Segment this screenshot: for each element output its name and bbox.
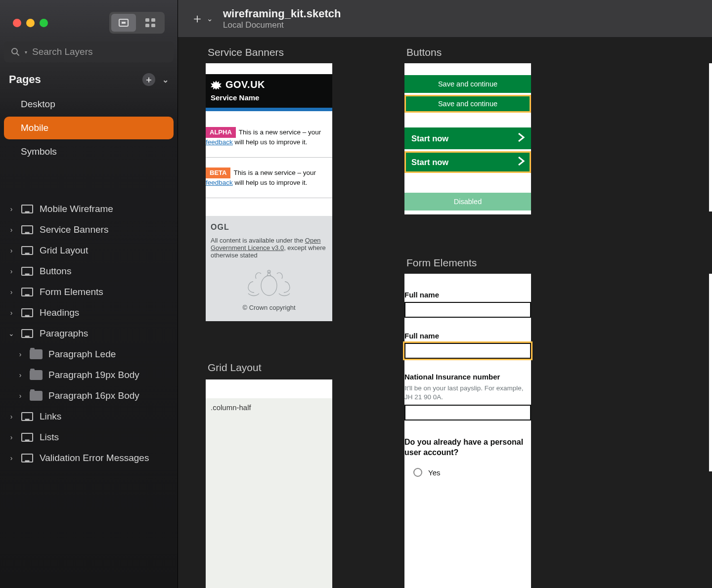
page-symbols[interactable]: Symbols (4, 140, 174, 163)
feedback-link[interactable]: feedback (206, 179, 233, 186)
artboard-title-buttons[interactable]: Buttons (406, 46, 442, 58)
layer-validation-errors[interactable]: › Validation Error Messages (0, 448, 178, 468)
chevron-right-icon[interactable]: › (8, 288, 15, 296)
svg-point-28 (261, 276, 277, 295)
layer-paragraphs[interactable]: ⌄ Paragraphs (0, 323, 178, 344)
insert-button[interactable]: ＋ ⌄ (191, 10, 213, 27)
layers-icon (118, 18, 130, 28)
grid-view-button[interactable] (138, 14, 163, 32)
input-full-name[interactable] (404, 302, 531, 318)
close-window-button[interactable] (13, 19, 21, 27)
search-dropdown-icon[interactable]: ▾ (25, 49, 27, 55)
crown-copyright: © Crown copyright (211, 304, 327, 311)
folder-icon (30, 349, 43, 359)
chevron-right-icon[interactable]: › (17, 350, 24, 358)
document-title: wireframing_kit.sketch (223, 7, 341, 20)
chevron-right-icon[interactable]: › (8, 226, 15, 234)
canvas[interactable]: Service Banners Buttons Grid Layout Form… (178, 38, 712, 588)
svg-rect-19 (25, 315, 29, 317)
crown-icon (211, 81, 222, 89)
layer-service-banners[interactable]: › Service Banners (0, 219, 178, 240)
layer-headings[interactable]: › Headings (0, 302, 178, 323)
layer-mobile-wireframe[interactable]: › Mobile Wireframe (0, 199, 178, 219)
artboard-title-grid-layout[interactable]: Grid Layout (208, 362, 262, 374)
form-group-fullname: Full name (404, 291, 531, 318)
layer-grid-layout[interactable]: › Grid Layout (0, 240, 178, 261)
chevron-right-icon[interactable]: › (8, 413, 15, 420)
layer-paragraph-16[interactable]: › Paragraph 16px Body (0, 385, 178, 406)
feedback-link[interactable]: feedback (206, 138, 233, 146)
artboard-form-elements[interactable]: Full name Full name National Insurance n… (404, 274, 531, 588)
button-save[interactable]: Save and continue (404, 75, 531, 93)
list-view-button[interactable] (111, 14, 136, 32)
artboard-icon (21, 308, 34, 318)
artboard-icon (21, 204, 34, 214)
zoom-window-button[interactable] (40, 19, 48, 27)
phase-banner-alpha: ALPHAThis is a new service – your feedba… (206, 122, 332, 152)
search-input[interactable] (32, 46, 167, 57)
pages-label: Pages (9, 73, 41, 86)
grid-column-half: .column-half (206, 398, 332, 588)
chevron-right-icon[interactable]: › (17, 371, 24, 379)
artboard-icon (21, 266, 34, 276)
layer-label: Validation Error Messages (40, 453, 149, 463)
page-desktop[interactable]: Desktop (4, 93, 174, 116)
ogl-logo: OGL (211, 223, 327, 232)
artboard-service-banners[interactable]: GOV.UK Service Name ALPHAThis is a new s… (206, 63, 332, 319)
button-save-focused[interactable]: Save and continue (404, 95, 531, 113)
button-start[interactable]: Start now (404, 127, 531, 149)
svg-rect-4 (145, 24, 149, 27)
button-disabled: Disabled (404, 193, 531, 210)
chevron-down-icon[interactable]: ⌄ (207, 14, 213, 23)
chevron-right-icon[interactable]: › (17, 392, 24, 400)
phase-banner-beta: BETAThis is a new service – your feedbac… (206, 163, 332, 193)
artboard-icon (21, 453, 34, 463)
layer-label: Paragraphs (40, 328, 88, 339)
svg-rect-3 (151, 18, 155, 22)
form-group-ni: National Insurance number It'll be on yo… (404, 373, 531, 420)
document-subtitle: Local Document (223, 20, 341, 30)
chevron-down-icon[interactable]: ⌄ (162, 75, 169, 84)
page-mobile[interactable]: Mobile (4, 117, 174, 139)
artboard-buttons[interactable]: Save and continue Save and continue Star… (404, 63, 531, 214)
artboard-title-service-banners[interactable]: Service Banners (208, 46, 284, 58)
artboard-title-form-elements[interactable]: Form Elements (406, 257, 477, 269)
chevron-right-icon[interactable]: › (8, 454, 15, 462)
layer-links[interactable]: › Links (0, 406, 178, 427)
form-group-fullname-focused: Full name (404, 332, 531, 359)
minimize-window-button[interactable] (26, 19, 35, 27)
chevron-right-icon[interactable]: › (8, 267, 15, 275)
input-ni[interactable] (404, 405, 531, 420)
layer-form-elements[interactable]: › Form Elements (0, 282, 178, 302)
layer-paragraph-lede[interactable]: › Paragraph Lede (0, 344, 178, 365)
chevron-right-icon (517, 157, 525, 168)
artboard-grid-layout[interactable]: .column-half (206, 379, 332, 588)
layer-lists[interactable]: › Lists (0, 427, 178, 448)
artboard-peek (709, 63, 712, 211)
chevron-right-icon[interactable]: › (8, 309, 15, 317)
add-page-button[interactable]: ＋ (142, 73, 155, 86)
service-name: Service Name (211, 93, 327, 102)
artboard-icon (21, 225, 34, 235)
artboard-icon (21, 432, 34, 442)
layer-list: › Mobile Wireframe › Service Banners › G… (0, 199, 178, 468)
input-full-name-focused[interactable] (404, 343, 531, 359)
svg-rect-27 (25, 461, 29, 462)
chevron-right-icon[interactable]: › (8, 205, 15, 213)
artboard-icon (21, 329, 34, 338)
search-layers[interactable]: ▾ (4, 42, 174, 62)
button-start-focused[interactable]: Start now (404, 151, 531, 173)
radio-label: Yes (428, 468, 440, 477)
chevron-right-icon[interactable]: › (8, 433, 15, 441)
chevron-down-icon[interactable]: ⌄ (8, 330, 15, 337)
svg-rect-17 (25, 294, 29, 296)
layer-label: Headings (40, 307, 79, 318)
radio-option-yes[interactable]: Yes (404, 465, 531, 480)
header-blue-bar (206, 108, 332, 111)
layer-label: Paragraph 19px Body (48, 370, 139, 380)
layer-buttons[interactable]: › Buttons (0, 261, 178, 282)
chevron-right-icon[interactable]: › (8, 247, 15, 254)
govuk-footer: OGL All content is available under the O… (206, 216, 332, 321)
layer-paragraph-19[interactable]: › Paragraph 19px Body (0, 365, 178, 385)
main-area: ＋ ⌄ wireframing_kit.sketch Local Documen… (178, 0, 712, 588)
